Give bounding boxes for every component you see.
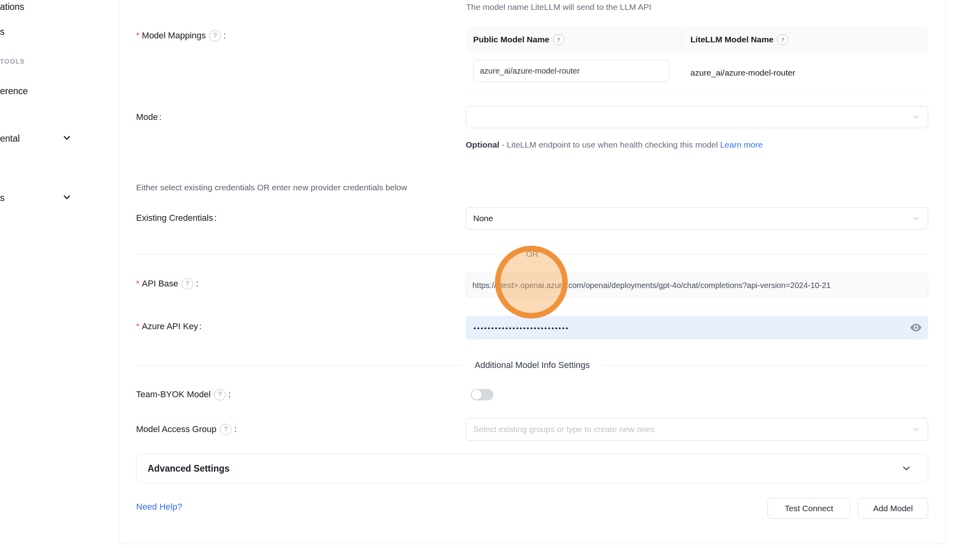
sidebar-group[interactable]: ental [0,132,20,145]
sidebar-section-label: TOOLS [0,57,25,66]
model-access-group-select[interactable]: Select existing groups or type to create… [466,418,928,441]
sidebar-group-label: s [0,193,5,203]
eye-icon[interactable] [909,321,923,334]
table-row: azure_ai/azure-model-router [467,53,928,93]
advanced-settings-header[interactable]: Advanced Settings [136,454,928,483]
help-icon[interactable]: ? [214,389,226,400]
chevron-down-icon [912,113,921,121]
sidebar-group-label: ental [0,133,20,144]
team-byok-label: Team-BYOK Model ? : [136,388,231,401]
help-icon[interactable]: ? [220,424,231,435]
credentials-note: Either select existing credentials OR en… [136,183,407,192]
existing-credentials-select[interactable]: None [466,207,928,229]
add-model-page: ations s TOOLS erence ental s The model … [0,0,980,548]
api-base-input[interactable]: https://<test>.openai.azure.com/openai/d… [466,273,928,298]
sidebar-group[interactable]: s [0,191,5,205]
required-asterisk: * [136,322,140,331]
chevron-down-icon [912,214,921,223]
existing-credentials-label: Existing Credentials: [136,211,217,225]
model-name-hint: The model name LiteLLM will send to the … [466,2,651,12]
chevron-down-icon [912,425,921,434]
public-model-name-input[interactable] [473,60,669,82]
chevron-down-icon[interactable] [62,192,72,202]
model-mappings-table: Public Model Name ? LiteLLM Model Name ?… [467,26,928,93]
sidebar-item-label: s [0,27,5,37]
or-divider: OR [136,249,928,259]
model-access-group-label: Model Access Group ? : [136,423,237,436]
team-byok-toggle[interactable] [471,389,493,400]
mode-select[interactable] [466,106,928,128]
chevron-down-icon [901,463,912,474]
model-mappings-label: * Model Mappings ? : [136,29,226,42]
litellm-model-name-value: azure_ai/azure-model-router [690,53,795,93]
api-base-label: * API Base ? : [136,277,198,290]
chevron-down-icon[interactable] [62,133,72,143]
learn-more-link[interactable]: Learn more [720,140,762,149]
test-connect-button[interactable]: Test Connect [768,498,850,519]
table-header-litellm-model-name: LiteLLM Model Name ? [682,34,928,45]
help-icon[interactable]: ? [209,30,221,42]
sidebar-item[interactable]: ations [0,0,24,13]
sidebar-item[interactable]: erence [0,84,28,98]
table-header-row: Public Model Name ? LiteLLM Model Name ? [467,26,928,53]
masked-password-dots: ••••••••••••••••••••••••••• [474,324,569,332]
advanced-settings-title: Advanced Settings [148,463,229,474]
help-icon[interactable]: ? [553,34,564,45]
add-model-button[interactable]: Add Model [858,498,928,519]
sidebar-item[interactable]: s [0,25,5,38]
additional-settings-divider: Additional Model Info Settings [136,360,928,370]
required-asterisk: * [136,279,140,288]
help-icon[interactable]: ? [777,34,788,45]
table-header-public-model-name: Public Model Name ? [467,34,681,45]
azure-api-key-label: * Azure API Key : [136,320,202,333]
toggle-knob [472,390,481,400]
mode-label: Mode: [136,110,161,124]
sidebar-item-label: erence [0,86,28,97]
required-asterisk: * [136,31,140,40]
mode-hint: Optional - LiteLLM endpoint to use when … [466,137,784,153]
need-help-link[interactable]: Need Help? [136,502,182,512]
azure-api-key-input[interactable]: ••••••••••••••••••••••••••• [466,316,928,339]
sidebar-item-label: ations [0,2,24,12]
help-icon[interactable]: ? [182,278,193,290]
